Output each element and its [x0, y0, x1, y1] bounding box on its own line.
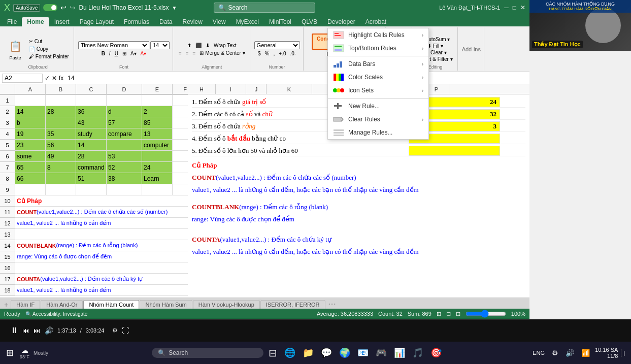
cell-a9[interactable]	[15, 184, 46, 195]
cell-c7[interactable]: command	[76, 162, 107, 173]
fullscreen-icon[interactable]: ⛶	[122, 326, 129, 335]
cell-a16[interactable]	[15, 262, 188, 274]
tab-developer[interactable]: Developer	[322, 17, 360, 26]
sheet-tab-hamif[interactable]: Hàm IF	[11, 300, 40, 309]
cell-c4[interactable]: study	[76, 128, 107, 140]
tab-minitool[interactable]: MiniTool	[264, 17, 296, 26]
paste-button[interactable]: 📋 Paste	[5, 37, 25, 61]
cell-a1[interactable]	[15, 95, 46, 106]
undo-icon[interactable]: ↩	[60, 4, 67, 12]
cf-data-bars[interactable]: Data Bars ›	[328, 57, 428, 71]
cell-c5[interactable]: 14	[76, 140, 107, 151]
cf-new-rule[interactable]: New Rule...	[328, 100, 428, 113]
fill-color-button[interactable]: A▾	[129, 50, 138, 57]
decrease-decimal-button[interactable]: .0-	[288, 50, 297, 57]
accessibility-status[interactable]: 🔍 Accessibility: Investigate	[25, 311, 88, 317]
sheet-tab-vlookup[interactable]: Hàm Vlookup-Hlookup	[193, 300, 260, 309]
border-button[interactable]: ⊞	[121, 50, 128, 57]
cell-d9[interactable]	[107, 184, 142, 195]
cell-f2[interactable]	[173, 106, 188, 117]
cell-d1[interactable]	[107, 95, 142, 106]
formula-input[interactable]: 14	[65, 74, 527, 82]
cell-f3[interactable]	[173, 117, 188, 128]
align-middle-button[interactable]: ⬛	[194, 42, 203, 49]
tab-view[interactable]: View	[208, 17, 231, 26]
formula-verify-icon[interactable]: ✓	[45, 75, 50, 82]
align-top-button[interactable]: ⬆	[186, 42, 193, 49]
font-name-select[interactable]: Times New Roman	[78, 41, 149, 49]
comma-button[interactable]: ,	[272, 50, 277, 57]
cell-a3[interactable]: b	[15, 117, 46, 128]
cell-d5[interactable]	[107, 140, 142, 151]
format-painter-button[interactable]: 🖌 Format Painter	[27, 53, 71, 60]
prev-button[interactable]: ⏮	[22, 326, 29, 335]
cell-f8[interactable]	[173, 173, 188, 184]
cell-d4[interactable]: compare	[107, 128, 142, 140]
taskbar-app-chrome[interactable]: 🌍	[337, 346, 352, 359]
cell-c3[interactable]: 43	[76, 117, 107, 128]
cf-manage-rules[interactable]: Manage Rules...	[328, 126, 428, 139]
sheet-tab-iserror[interactable]: ISERROR, IFERROR	[260, 300, 325, 309]
sheet-tab-hamandor[interactable]: Hàm And-Or	[41, 300, 83, 309]
cell-d6[interactable]: 53	[107, 151, 142, 162]
cell-e4[interactable]: 13	[142, 128, 173, 140]
tab-insert[interactable]: Insert	[49, 17, 75, 26]
cell-c6[interactable]: 28	[76, 151, 107, 162]
align-bottom-button[interactable]: ⬇	[204, 42, 211, 49]
sheet-tab-nhomhamsum[interactable]: Nhóm Hàm Sum	[140, 300, 192, 309]
sheet-tab-nhomhamcount[interactable]: Nhóm Hàm Count	[83, 300, 139, 309]
cell-b5[interactable]: 56	[46, 140, 76, 151]
percent-button[interactable]: %	[263, 50, 271, 57]
view-layout-icon[interactable]: ⊟	[446, 311, 451, 317]
cell-reference-input[interactable]: A2	[2, 74, 43, 83]
tab-myexcel[interactable]: MyExcel	[231, 17, 264, 26]
taskbar-network-icon[interactable]: 📶	[579, 348, 592, 358]
cell-c1[interactable]	[76, 95, 107, 106]
font-size-select[interactable]: 14	[150, 41, 170, 49]
wrap-text-button[interactable]: Wrap Text	[212, 42, 238, 49]
settings-icon[interactable]: ⚙	[112, 327, 118, 334]
tab-data[interactable]: Data	[154, 17, 177, 26]
cell-a18[interactable]: value1, value2 ... là những ô cần đếm	[15, 285, 188, 296]
view-page-break-icon[interactable]: ⊡	[456, 311, 460, 317]
cell-b1[interactable]	[46, 95, 76, 106]
next-button[interactable]: ⏭	[34, 326, 41, 335]
cell-a10[interactable]: Củ Pháp	[15, 195, 188, 207]
cell-a5[interactable]: 23	[15, 140, 46, 151]
view-normal-icon[interactable]: ⊞	[437, 311, 441, 317]
taskbar-app-2[interactable]: 🎮	[374, 346, 389, 359]
play-pause-button[interactable]: ⏸	[10, 326, 18, 335]
cell-a8[interactable]: 66	[15, 173, 46, 184]
align-left-button[interactable]: ≡	[177, 50, 183, 56]
tab-home[interactable]: Home	[22, 17, 49, 26]
dropdown-icon[interactable]: ▼	[172, 5, 177, 11]
cell-d3[interactable]: 57	[107, 117, 142, 128]
cell-f4[interactable]	[173, 128, 188, 140]
cell-a2[interactable]: 14	[15, 106, 46, 117]
cut-button[interactable]: ✂ Cut	[27, 38, 71, 45]
cell-f9[interactable]	[173, 184, 188, 195]
restore-btn[interactable]: □	[513, 4, 516, 11]
cell-e2[interactable]: 2	[142, 106, 173, 117]
taskbar-app-4[interactable]: 🎯	[428, 346, 444, 359]
cell-f5[interactable]	[173, 140, 188, 151]
temp-widget[interactable]: ☁ 93°F	[18, 345, 31, 360]
cell-b6[interactable]: 49	[46, 151, 76, 162]
cf-clear-rules[interactable]: Clear Rules ›	[328, 113, 428, 126]
cell-c9[interactable]	[76, 184, 107, 195]
cell-e6[interactable]	[142, 151, 173, 162]
taskbar-app-3[interactable]: 🎵	[410, 346, 425, 359]
cf-highlight-cells-rules[interactable]: Highlight Cells Rules ›	[328, 28, 428, 42]
tab-formulas[interactable]: Formulas	[119, 17, 154, 26]
cell-e8[interactable]: Learn	[142, 173, 173, 184]
cell-e1[interactable]	[142, 95, 173, 106]
minimize-btn[interactable]: ─	[504, 4, 509, 11]
cf-icon-sets[interactable]: Icon Sets ›	[328, 84, 428, 97]
underline-button[interactable]: U	[113, 50, 120, 57]
cell-b4[interactable]: 35	[46, 128, 76, 140]
cell-f1[interactable]	[173, 95, 188, 106]
cell-a6[interactable]: some	[15, 151, 46, 162]
taskbar-app-excel[interactable]: 📊	[392, 346, 407, 359]
taskbar-app-explorer[interactable]: 📁	[301, 346, 316, 359]
italic-button[interactable]: I	[108, 50, 112, 57]
